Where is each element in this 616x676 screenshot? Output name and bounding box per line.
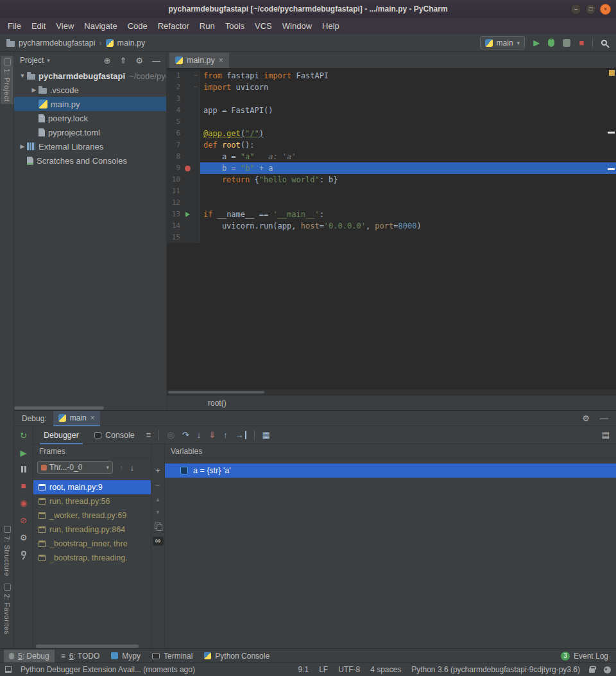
settings-gear-icon[interactable]: ⚙: [20, 533, 28, 542]
frame-row[interactable]: run, threading.py:864: [33, 523, 151, 537]
gear-icon[interactable]: ⚙: [135, 56, 143, 65]
tree-item-main-py[interactable]: main.py: [14, 97, 166, 111]
tree-item-vscode[interactable]: ▶.vscode: [14, 83, 166, 97]
code-line-3[interactable]: 3: [167, 93, 616, 105]
menu-run[interactable]: Run: [194, 19, 220, 33]
tree-item-scratches-and-consoles[interactable]: Scratches and Consoles: [14, 153, 166, 168]
scrollbar-thumb[interactable]: [36, 645, 139, 648]
mute-breakpoints-icon[interactable]: ⊘: [20, 516, 27, 524]
toolwindow-button-terminal[interactable]: Terminal: [147, 650, 198, 663]
code-line-11[interactable]: 11: [167, 186, 616, 197]
tab-console[interactable]: Console: [90, 426, 139, 444]
code-editor[interactable]: 1−from fastapi import FastAPI2−import uv…: [167, 69, 616, 390]
menu-navigate[interactable]: Navigate: [79, 19, 122, 33]
menu-vcs[interactable]: VCS: [250, 19, 277, 33]
stripe-button-favorites[interactable]: 2: Favorites: [1, 581, 13, 637]
breadcrumb-root[interactable]: root(): [208, 399, 227, 408]
status-widget-utf-8[interactable]: UTF-8: [338, 665, 360, 674]
run-to-cursor-icon[interactable]: →: [235, 431, 246, 439]
force-step-into-icon[interactable]: ⇓: [209, 431, 216, 439]
show-return-values-icon[interactable]: ∞: [153, 537, 164, 546]
breakpoint-icon[interactable]: [185, 166, 191, 171]
menu-tools[interactable]: Tools: [220, 19, 250, 33]
status-widget-lf[interactable]: LF: [319, 665, 328, 674]
view-breakpoints-icon[interactable]: ◉: [20, 499, 27, 507]
tree-item-external-libraries[interactable]: ▶External Libraries: [14, 139, 166, 153]
code-line-13[interactable]: 13if __name__ == '__main__':: [167, 209, 616, 220]
previous-frame-icon[interactable]: ↑: [119, 464, 124, 472]
hector-icon[interactable]: [604, 666, 611, 673]
titlebar[interactable]: pycharmdebugfastapi [~/code/pycharmdebug…: [0, 0, 616, 18]
tab-debugger[interactable]: Debugger: [40, 426, 83, 444]
layout-menu-icon[interactable]: ≡: [146, 431, 151, 439]
menu-help[interactable]: Help: [317, 19, 345, 33]
stop-button[interactable]: ■: [579, 39, 584, 47]
status-message[interactable]: Python Debugger Extension Avail... (mome…: [21, 665, 195, 674]
lock-icon[interactable]: [589, 668, 595, 673]
toolwindow-button-mypy[interactable]: Mypy: [106, 650, 146, 663]
maximize-icon[interactable]: □: [585, 4, 596, 15]
toolwindow-button-python-console[interactable]: Python Console: [199, 650, 275, 663]
step-over-icon[interactable]: ↷: [182, 431, 189, 439]
tree-item-pyproject-toml[interactable]: pyproject.toml: [14, 125, 166, 139]
remove-watch-icon[interactable]: −: [155, 481, 160, 490]
tree-item-poetry-lock[interactable]: poetry.lock: [14, 111, 166, 125]
run-button[interactable]: ▶: [533, 39, 540, 47]
menu-refactor[interactable]: Refactor: [153, 19, 194, 33]
code-line-10[interactable]: 10 return {"hello world": b}: [167, 174, 616, 186]
run-line-icon[interactable]: [185, 212, 190, 217]
code-line-5[interactable]: 5: [167, 116, 616, 128]
code-line-14[interactable]: 14 uvicorn.run(app, host='0.0.0.0', port…: [167, 220, 616, 232]
move-up-icon[interactable]: ▲: [155, 497, 161, 503]
code-line-8[interactable]: 8 a = "a" a: 'a': [167, 151, 616, 162]
code-line-2[interactable]: 2−import uvicorn: [167, 82, 616, 93]
menu-file[interactable]: File: [3, 19, 26, 33]
code-line-9[interactable]: 9 b = "b" + a: [167, 162, 616, 174]
coverage-button[interactable]: [563, 39, 570, 47]
show-execution-point-icon[interactable]: ◎: [167, 431, 174, 439]
frame-row[interactable]: _bootstrap_inner, thre: [33, 537, 151, 551]
frame-row[interactable]: root, main.py:9: [33, 480, 151, 494]
close-icon[interactable]: ×: [600, 4, 611, 15]
hide-panel-icon[interactable]: —: [152, 56, 160, 65]
editor-scrollbar[interactable]: [167, 390, 616, 395]
editor-tab-main-py[interactable]: main.py ×: [169, 53, 229, 68]
frame-row[interactable]: run, thread.py:56: [33, 494, 151, 508]
project-panel-title[interactable]: Project: [20, 56, 44, 65]
menu-edit[interactable]: Edit: [26, 19, 51, 33]
variable-row[interactable]: a = {str} 'a': [165, 464, 616, 478]
breadcrumb-project[interactable]: pycharmdebugfastapi: [19, 39, 96, 48]
close-tab-icon[interactable]: ×: [90, 413, 95, 422]
code-line-6[interactable]: 6@app.get("/"): [167, 128, 616, 139]
debug-session-tab[interactable]: main ×: [53, 411, 100, 426]
add-watch-icon[interactable]: +: [155, 466, 160, 474]
collapse-all-icon[interactable]: ⇑: [119, 56, 126, 65]
layout-settings-icon[interactable]: ▤: [602, 431, 610, 439]
hide-debug-panel-icon[interactable]: —: [600, 414, 608, 422]
frames-scrollbar[interactable]: [33, 644, 151, 648]
status-widget-4-spaces[interactable]: 4 spaces: [370, 665, 401, 674]
next-frame-icon[interactable]: ↓: [130, 464, 135, 472]
step-into-icon[interactable]: ↓: [197, 431, 201, 439]
status-widget-9-1[interactable]: 9:1: [298, 665, 309, 674]
evaluate-expression-icon[interactable]: ▦: [262, 431, 270, 439]
frame-row[interactable]: _worker, thread.py:69: [33, 508, 151, 523]
toolwindow-toggle-icon[interactable]: [5, 666, 12, 673]
duplicate-icon[interactable]: [155, 523, 162, 530]
breadcrumb-file[interactable]: main.py: [117, 39, 146, 48]
menu-view[interactable]: View: [51, 19, 79, 33]
pin-icon[interactable]: [21, 551, 26, 556]
code-line-1[interactable]: 1−from fastapi import FastAPI: [167, 70, 616, 82]
resume-icon[interactable]: ▶: [21, 449, 27, 457]
scrollbar-thumb[interactable]: [168, 391, 264, 394]
stripe-button-project[interactable]: 1: Project: [1, 56, 13, 104]
run-config-selector[interactable]: main ▾: [480, 36, 526, 49]
status-widget-python-3-6-pycharmdebugfastapi-9cdjtyrg-py3-6[interactable]: Python 3.6 (pycharmdebugfastapi-9cdjtyrg…: [411, 665, 580, 674]
move-down-icon[interactable]: ▼: [155, 510, 161, 516]
frame-row[interactable]: _bootstrap, threading.: [33, 551, 151, 565]
minimize-icon[interactable]: –: [570, 4, 581, 15]
menu-code[interactable]: Code: [123, 19, 153, 33]
close-tab-icon[interactable]: ×: [219, 56, 223, 65]
search-icon[interactable]: [601, 40, 607, 46]
tree-item-pycharmdebugfastapi[interactable]: ▼pycharmdebugfastapi ~/code/pycharmdebug…: [14, 69, 166, 83]
